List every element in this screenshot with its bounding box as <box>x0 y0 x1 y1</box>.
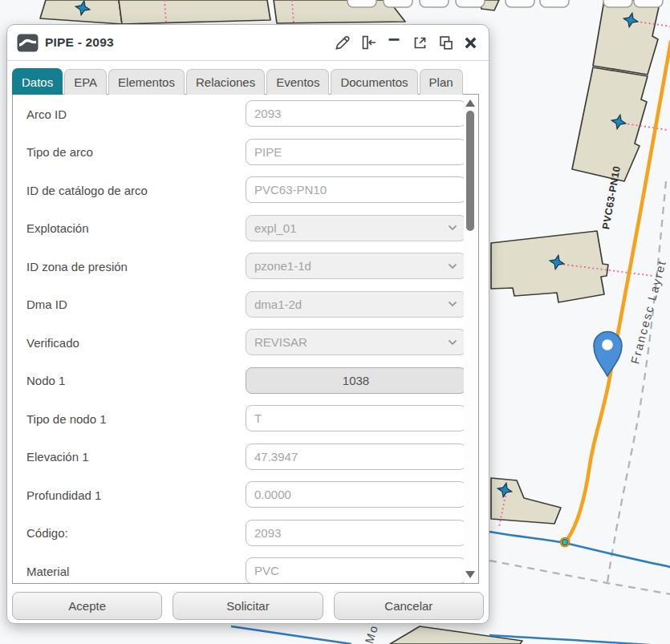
field-row-catalogo: ID de catálogo de arco <box>13 171 461 209</box>
restore-icon <box>437 34 453 51</box>
field-label: Elevación 1 <box>26 450 89 464</box>
nodo-1-button[interactable]: 1038 <box>246 367 466 394</box>
datos-tab-panel: Arco ID Tipo de arco ID de catálogo de a… <box>12 94 479 584</box>
scroll-up-arrow-icon[interactable] <box>465 99 475 107</box>
tab-epa[interactable]: EPA <box>64 69 107 95</box>
field-row-tipo-nodo-1: Tipo de nodo 1 <box>13 399 461 438</box>
pencil-icon <box>334 34 351 51</box>
field-row-verificado: Verificado REVISAR <box>13 323 461 362</box>
select-value: expl_01 <box>254 221 297 235</box>
field-row-zona-presion: ID zona de presión pzone1-1d <box>13 247 461 286</box>
dock-left-icon <box>360 34 376 51</box>
restore-window-button[interactable] <box>437 34 453 51</box>
scroll-down-arrow-icon[interactable] <box>465 571 475 578</box>
tab-plan[interactable]: Plan <box>420 69 463 95</box>
pipe-properties-dialog: PIPE - 2093 <box>6 24 489 624</box>
dialog-title: PIPE - 2093 <box>45 35 114 50</box>
material-input[interactable] <box>246 557 466 584</box>
verificado-select[interactable]: REVISAR <box>246 329 466 355</box>
field-label: Material <box>26 564 69 577</box>
profundidad-1-input[interactable] <box>246 481 466 508</box>
tab-bar: Datos EPA Elementos Relaciones Eventos D… <box>12 68 463 95</box>
field-label: Tipo de arco <box>26 145 93 159</box>
arco-id-input[interactable] <box>246 100 466 127</box>
junction-node <box>560 537 569 546</box>
field-label: Verificado <box>26 335 79 349</box>
tipo-de-arco-input[interactable] <box>246 139 466 165</box>
field-row-material: Material <box>13 552 461 584</box>
field-label: Profundidad 1 <box>26 488 101 501</box>
field-row-profundidad-1: Profundidad 1 <box>13 476 461 514</box>
tab-relaciones[interactable]: Relaciones <box>186 69 265 95</box>
select-value: REVISAR <box>254 335 307 349</box>
field-row-arco-id: Arco ID <box>13 95 461 133</box>
cancel-button[interactable]: Cancelar <box>334 592 484 620</box>
edit-button[interactable] <box>334 34 351 51</box>
field-label: Explotación <box>26 221 89 235</box>
giswater-pipe-icon <box>17 34 39 52</box>
dialog-titlebar: PIPE - 2093 <box>7 25 489 61</box>
form-rows: Arco ID Tipo de arco ID de catálogo de a… <box>13 95 461 584</box>
select-value: pzone1-1d <box>254 259 311 273</box>
field-row-dma-id: Dma ID dma1-2d <box>13 286 461 324</box>
tab-elementos[interactable]: Elementos <box>108 69 185 95</box>
tab-datos[interactable]: Datos <box>12 68 63 95</box>
open-external-button[interactable] <box>411 34 428 51</box>
dma-id-select[interactable]: dma1-2d <box>246 291 466 318</box>
codigo-input[interactable] <box>246 520 466 546</box>
dock-left-button[interactable] <box>359 34 376 51</box>
dialog-footer: Acepte Solicitar Cancelar <box>12 592 484 620</box>
scrollbar-thumb[interactable] <box>466 111 474 231</box>
chevron-down-icon <box>448 301 457 307</box>
minimize-icon <box>388 34 400 51</box>
chevron-down-icon <box>448 263 457 269</box>
field-label: Arco ID <box>26 107 67 120</box>
field-label: ID zona de presión <box>26 259 128 273</box>
close-icon <box>463 35 478 51</box>
chevron-down-icon <box>448 339 457 346</box>
field-row-nodo-1: Nodo 1 1038 <box>13 362 461 400</box>
field-row-codigo: Código: <box>13 514 461 553</box>
accept-button[interactable]: Acepte <box>12 592 162 620</box>
catalogo-arco-input[interactable] <box>246 176 466 203</box>
field-row-explotacion: Explotación expl_01 <box>13 209 461 248</box>
zona-presion-select[interactable]: pzone1-1d <box>246 253 466 279</box>
tab-documentos[interactable]: Documentos <box>331 69 417 95</box>
explotacion-select[interactable]: expl_01 <box>246 215 466 241</box>
field-row-tipo-de-arco: Tipo de arco <box>13 133 461 172</box>
minimize-button[interactable] <box>385 34 402 51</box>
elevacion-1-input[interactable] <box>246 444 466 470</box>
select-value: dma1-2d <box>254 298 302 311</box>
field-label: Nodo 1 <box>26 374 65 387</box>
tipo-nodo-1-input[interactable] <box>246 405 466 431</box>
chevron-down-icon <box>448 225 457 231</box>
field-label: Dma ID <box>26 298 67 311</box>
tab-eventos[interactable]: Eventos <box>266 69 329 95</box>
field-label: ID de catálogo de arco <box>26 183 148 196</box>
open-external-icon <box>412 34 428 51</box>
field-row-elevacion-1: Elevación 1 <box>13 438 461 476</box>
field-label: Tipo de nodo 1 <box>26 411 107 425</box>
field-label: Código: <box>26 526 68 540</box>
scrollbar[interactable] <box>464 96 477 581</box>
request-button[interactable]: Solicitar <box>173 592 323 620</box>
close-button[interactable] <box>462 34 479 51</box>
titlebar-actions <box>334 34 479 51</box>
